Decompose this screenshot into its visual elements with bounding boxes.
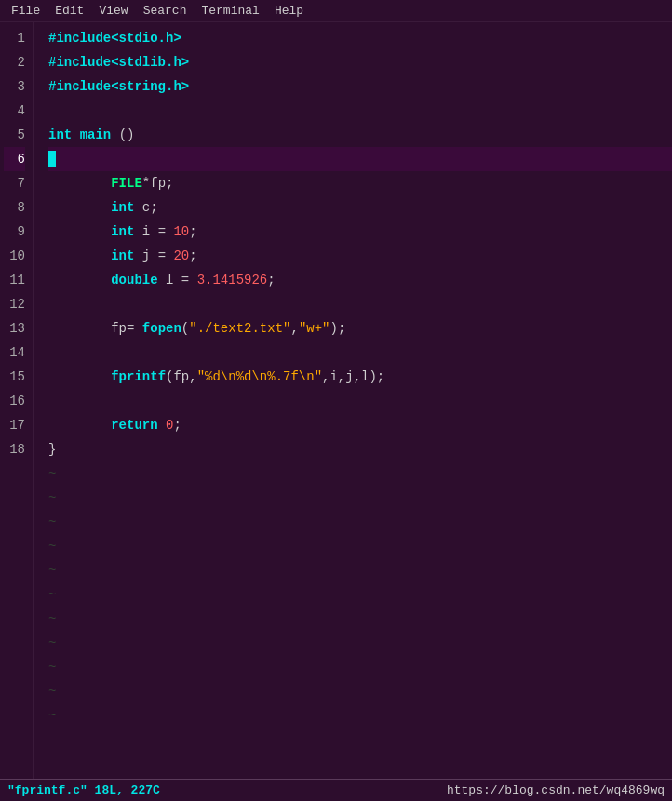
code-line-2: #include<stdlib.h> — [48, 50, 672, 74]
line-number-2: 2 — [4, 50, 25, 74]
line-number-tilde-23 — [4, 558, 25, 582]
token-str: "w+" — [299, 321, 330, 336]
tilde-char: ~ — [48, 514, 56, 529]
line-number-7: 7 — [4, 171, 25, 195]
line-number-1: 1 — [4, 26, 25, 50]
token-plain: (fp, — [166, 369, 197, 384]
line-number-tilde-26 — [4, 631, 25, 655]
token-plain — [48, 273, 111, 287]
line-number-4: 4 — [4, 99, 25, 123]
code-line-1: #include<stdio.h> — [48, 26, 672, 50]
tilde-char: ~ — [48, 563, 56, 578]
token-type: FILE — [111, 176, 142, 191]
tilde-char: ~ — [48, 466, 56, 481]
tilde-char: ~ — [48, 539, 56, 554]
tilde-line-23: ~ — [48, 558, 672, 582]
line-number-tilde-28 — [4, 679, 25, 703]
tilde-char: ~ — [48, 635, 56, 650]
line-number-8: 8 — [4, 195, 25, 220]
code-line-18: } — [48, 437, 672, 461]
line-numbers: 123456789101112131415161718 — [0, 22, 34, 779]
menu-item-edit[interactable]: Edit — [47, 0, 91, 21]
menu-item-view[interactable]: View — [91, 0, 135, 21]
tilde-char: ~ — [48, 684, 56, 699]
line-number-tilde-25 — [4, 607, 25, 631]
line-number-9: 9 — [4, 220, 25, 244]
tilde-line-24: ~ — [48, 582, 672, 607]
line-number-18: 18 — [4, 437, 25, 461]
line-number-3: 3 — [4, 74, 25, 99]
code-line-15: fprintf(fp,"%d\n%d\n%.7f\n",i,j,l); — [48, 365, 672, 389]
tilde-char: ~ — [48, 587, 56, 602]
token-plain: ); — [329, 321, 345, 336]
code-line-8: int c; — [48, 195, 672, 220]
tilde-char: ~ — [48, 660, 56, 674]
tilde-line-26: ~ — [48, 631, 672, 655]
tilde-char: ~ — [48, 611, 56, 626]
tilde-char: ~ — [48, 490, 56, 505]
token-pp: #include<stdio.h> — [48, 31, 181, 46]
code-line-17: return 0; — [48, 413, 672, 437]
token-kw: double — [111, 273, 157, 287]
menu-item-terminal[interactable]: Terminal — [194, 0, 266, 21]
line-number-10: 10 — [4, 244, 25, 268]
editor-area: 123456789101112131415161718 #include<std… — [0, 22, 672, 779]
token-plain — [48, 176, 111, 191]
token-plain: ; — [267, 273, 275, 287]
token-plain: c; — [134, 200, 157, 215]
tilde-line-20: ~ — [48, 486, 672, 510]
tilde-line-19: ~ — [48, 461, 672, 486]
token-str: "%d\n%d\n%.7f\n" — [197, 369, 322, 384]
token-plain — [48, 200, 111, 215]
menu-item-file[interactable]: File — [4, 0, 47, 21]
line-number-11: 11 — [4, 268, 25, 292]
token-plain — [48, 369, 111, 384]
line-number-6: 6 — [4, 147, 25, 171]
line-number-5: 5 — [4, 123, 25, 147]
code-line-4 — [48, 99, 672, 123]
token-plain — [72, 127, 79, 142]
code-content[interactable]: #include<stdio.h>#include<stdlib.h>#incl… — [34, 22, 672, 779]
token-plain: ,i,j,l); — [322, 369, 384, 384]
status-bar: "fprintf.c" 18L, 227C https://blog.csdn.… — [0, 779, 672, 801]
token-kw: int — [48, 127, 72, 142]
token-kw: return — [111, 418, 157, 433]
menu-item-search[interactable]: Search — [136, 0, 195, 21]
status-filename: "fprintf.c" 18L, 227C — [7, 783, 160, 797]
token-fn: fprintf — [111, 369, 166, 384]
code-line-5: int main () — [48, 123, 672, 147]
tilde-line-29: ~ — [48, 703, 672, 728]
menu-item-help[interactable]: Help — [267, 0, 311, 21]
code-line-6 — [48, 147, 672, 171]
status-url: https://blog.csdn.net/wq4869wq — [447, 783, 665, 797]
tilde-line-28: ~ — [48, 679, 672, 703]
line-number-13: 13 — [4, 316, 25, 340]
token-str: "./text2.txt" — [189, 321, 290, 336]
token-kw: int — [111, 200, 134, 215]
token-kw: int — [111, 248, 134, 263]
code-line-7: FILE*fp; — [48, 171, 672, 195]
token-plain: i = — [134, 224, 173, 239]
code-line-16 — [48, 389, 672, 413]
line-number-16: 16 — [4, 389, 25, 413]
line-number-tilde-29 — [4, 703, 25, 728]
line-number-tilde-27 — [4, 655, 25, 679]
token-plain: j = — [134, 248, 173, 263]
line-number-tilde-22 — [4, 534, 25, 558]
token-plain — [158, 418, 166, 433]
token-plain — [48, 224, 111, 239]
token-plain — [48, 321, 111, 336]
code-line-11: double l = 3.1415926; — [48, 268, 672, 292]
token-plain — [48, 248, 111, 263]
line-number-tilde-21 — [4, 510, 25, 534]
code-line-10: int j = 20; — [48, 244, 672, 268]
code-line-13: fp= fopen("./text2.txt","w+"); — [48, 316, 672, 340]
token-plain: l = — [158, 273, 197, 287]
tilde-line-27: ~ — [48, 655, 672, 679]
token-pp: #include<stdlib.h> — [48, 55, 189, 70]
menu-bar: FileEditViewSearchTerminalHelp — [0, 0, 672, 22]
line-number-12: 12 — [4, 292, 25, 316]
token-plain: ; — [189, 248, 196, 263]
token-plain: fp= — [111, 321, 142, 336]
token-fn: main — [80, 127, 112, 142]
